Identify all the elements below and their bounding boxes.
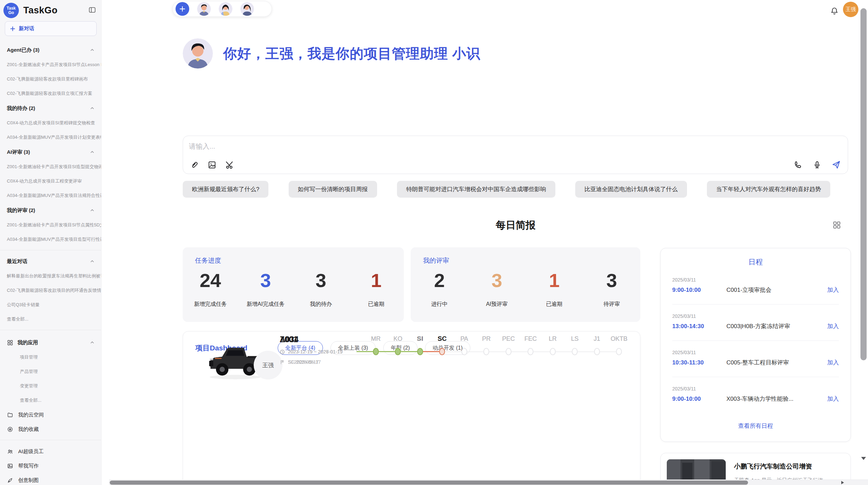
agent-avatar[interactable] <box>240 2 254 16</box>
sidebar-item-cloud-space[interactable]: 我的云空间 <box>0 408 101 422</box>
sidebar-section-header[interactable]: 我的评审 (2) <box>0 203 101 218</box>
milestone-node[interactable] <box>550 348 556 355</box>
medal-icon <box>7 426 13 433</box>
sidebar-item-writing[interactable]: 帮我写作 <box>0 459 101 473</box>
sidebar-task-item[interactable]: A034-全新新能源MUV产品开发项目法规符合性评审 <box>0 188 101 203</box>
sidebar-task-item[interactable]: Z001-全新燃油皮卡产品开发项目SI节点Lesson Learn报告 <box>0 58 101 72</box>
add-agent-button[interactable] <box>176 2 189 16</box>
scroll-down-arrow-icon[interactable] <box>861 457 866 460</box>
sidebar-recent-item[interactable]: C02-飞腾新能源轻客改款项目的闭环通告反馈情况 <box>0 283 101 298</box>
sidebar-section-title: AI评审 (3) <box>7 149 30 156</box>
schedule-date: 2025/03/11 <box>672 386 839 391</box>
sidebar-section-header[interactable]: 最近对话 <box>0 254 101 269</box>
scissors-icon[interactable] <box>224 159 235 170</box>
notifications-bell-icon[interactable] <box>830 7 840 16</box>
horizontal-scrollbar[interactable] <box>109 480 868 485</box>
sidebar-app-item[interactable]: 项目管理 <box>0 350 101 364</box>
milestone-node[interactable] <box>417 348 423 355</box>
view-all-schedule-link[interactable]: 查看所有日程 <box>661 422 851 430</box>
attachment-icon[interactable] <box>189 159 200 170</box>
collapse-sidebar-icon[interactable] <box>87 5 97 15</box>
join-link[interactable]: 加入 <box>827 359 839 366</box>
sidebar-section-header[interactable]: 我的待办 (2) <box>0 101 101 116</box>
sidebar-task-item[interactable]: Z001-全新燃油轻卡产品开发项目SI节点属性5D文件评审 <box>0 218 101 232</box>
milestone-label: PR <box>482 334 491 344</box>
suggestion-chip[interactable]: 特朗普可能对进口汽车增税会对中国车企造成哪些影响 <box>397 181 555 198</box>
stat-row: 2 进行中 3 AI预评审 1 已逾期 3 待评审 <box>411 269 640 308</box>
stat-value: 24 <box>200 269 221 293</box>
project-dates: 2023-12-19 ~ 2026-01-19 <box>280 349 357 355</box>
agent-avatar[interactable] <box>219 2 232 16</box>
schedule-event-title: C005-整车工程目标评审 <box>726 359 827 366</box>
join-link[interactable]: 加入 <box>827 286 839 294</box>
sidebar-app-item[interactable]: 查看全部... <box>0 393 101 408</box>
sidebar-item-label: AI超级员工 <box>18 448 44 455</box>
suggestion-chip[interactable]: 比亚迪全固态电池计划具体说了什么 <box>575 181 687 198</box>
app-logo-line1: Task <box>7 6 15 11</box>
phone-icon[interactable] <box>792 159 803 170</box>
sidebar: Task Go TaskGo 新对话 Agent已办 (3) Z001-全新燃油… <box>0 0 101 485</box>
project-name: A034 <box>280 335 357 344</box>
suggestion-chip[interactable]: 欧洲新规最近颁布了什么? <box>183 181 268 198</box>
folder-icon <box>7 412 13 418</box>
stat: 1 已逾期 <box>349 269 404 308</box>
sidebar-task-item[interactable]: C0X4-动力总成开发项目工程变更评审 <box>0 174 101 188</box>
user-avatar[interactable]: 王强 <box>843 2 858 17</box>
milestone-node[interactable] <box>594 348 600 355</box>
sidebar-item-ai-employee[interactable]: AI超级员工 <box>0 444 101 459</box>
schedule-title: 日程 <box>661 257 851 267</box>
new-chat-button[interactable]: 新对话 <box>5 21 97 36</box>
chevron-up-icon <box>89 207 96 214</box>
milestone-node[interactable] <box>483 348 489 355</box>
sidebar-recent-item[interactable]: 公司Q3轻卡销量 <box>0 298 101 312</box>
sidebar-task-item[interactable]: C02-飞腾新能源轻客改款项目里程碑画布 <box>0 72 101 86</box>
milestone-node[interactable] <box>395 348 401 355</box>
project-owner-badge: 王强 <box>254 351 282 380</box>
assistant-avatar <box>183 38 213 69</box>
milestone-node[interactable] <box>528 348 533 355</box>
sidebar-app-item[interactable]: 变更管理 <box>0 379 101 393</box>
sidebar-task-item[interactable]: A034-全新新能源MUV产品开发项目计划变更表编写 <box>0 130 101 145</box>
microphone-icon[interactable] <box>811 159 822 170</box>
sidebar-task-item[interactable]: Z001-全新燃油轻卡产品开发项目SI造型提交物评审 <box>0 160 101 174</box>
people-icon <box>7 448 13 455</box>
sidebar-recent-item[interactable]: 查看全部... <box>0 312 101 326</box>
schedule-card: 日程 2025/03/11 9:00-10:00 C001-立项审批会 加入 2… <box>660 248 851 442</box>
join-link[interactable]: 加入 <box>827 395 839 403</box>
sidebar-app-item[interactable]: 产品管理 <box>0 364 101 379</box>
task-progress-card: 任务进度 24 新增完成任务 3 新增AI完成任务 3 我的待办 1 已逾期 <box>183 247 404 322</box>
sidebar-task-item[interactable]: C0X4-动力总成开发项目SI里程碑提交物检查 <box>0 116 101 130</box>
suggestion-chip[interactable]: 当下年轻人对汽车外观有怎样的喜好趋势 <box>707 181 830 198</box>
sidebar-section-title: 我的待办 (2) <box>7 105 35 112</box>
sidebar-recent-item[interactable]: 解释最新出台的欧盟报废车法规再生塑料比例被调至15%... <box>0 269 101 283</box>
vertical-scrollbar-thumb[interactable] <box>860 8 867 360</box>
scroll-right-arrow-icon[interactable] <box>841 481 844 484</box>
send-icon[interactable] <box>831 159 842 170</box>
sidebar-section-header[interactable]: AI评审 (3) <box>0 145 101 160</box>
greeting-text: 你好，王强，我是你的项目管理助理 小识 <box>223 44 480 63</box>
milestone-node[interactable] <box>373 348 379 355</box>
briefing-layout-grid-icon[interactable] <box>832 221 842 230</box>
stat-label: 新增完成任务 <box>194 301 227 308</box>
image-icon[interactable] <box>206 159 217 170</box>
milestone-node[interactable] <box>506 348 511 355</box>
join-link[interactable]: 加入 <box>827 322 839 330</box>
suggestion-chip[interactable]: 如何写一份清晰的项目周报 <box>289 181 377 198</box>
sidebar-item-favorites[interactable]: 我的收藏 <box>0 422 101 436</box>
sidebar-section-header[interactable]: Agent已办 (3) <box>0 42 101 58</box>
sidebar-task-item[interactable]: C02-飞腾新能源轻客改款项目立项汇报方案 <box>0 86 101 101</box>
composer <box>183 136 848 174</box>
schedule-event-title: C003|H0B-方案冻结评审 <box>726 322 827 330</box>
milestone-node[interactable] <box>616 348 622 355</box>
sidebar-section-header[interactable]: 我的应用 <box>0 335 101 350</box>
milestone-node[interactable] <box>461 348 467 355</box>
agent-avatar[interactable] <box>197 2 211 16</box>
milestone-node[interactable] <box>439 348 445 355</box>
chevron-up-icon <box>89 47 96 53</box>
sidebar-task-item[interactable]: A034-全新新能源MUV产品开发项目造型可行性评审 <box>0 232 101 247</box>
horizontal-scrollbar-thumb[interactable] <box>110 481 748 485</box>
chat-input[interactable] <box>189 140 497 152</box>
project-row[interactable]: 王强 A034 2023-12-19 ~ 2026-01-19 SC-2025-… <box>193 332 630 390</box>
milestone-node[interactable] <box>572 348 578 355</box>
sidebar-item-creative-drawing[interactable]: 创意制图 <box>0 473 101 485</box>
